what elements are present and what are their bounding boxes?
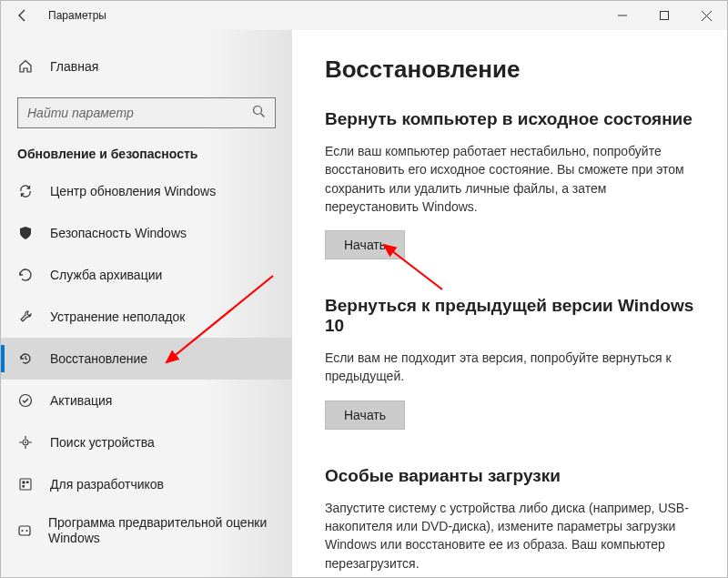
svg-rect-12 [23,485,25,488]
svg-rect-13 [19,526,30,535]
sidebar-item-label: Для разработчиков [50,477,164,492]
advanced-startup-title: Особые варианты загрузки [325,466,694,486]
svg-point-4 [254,106,262,114]
svg-point-8 [25,441,26,443]
sync-icon [17,184,34,198]
go-back-title: Вернуться к предыдущей версии Windows 10 [325,296,694,336]
content-area: Восстановление Вернуть компьютер в исход… [292,30,727,577]
reset-pc-title: Вернуть компьютер в исходное состояние [325,109,694,129]
reset-pc-desc: Если ваш компьютер работает нестабильно,… [325,142,694,216]
sidebar-item-troubleshoot[interactable]: Устранение неполадок [1,296,292,338]
sidebar-item-label: Активация [50,393,112,408]
sidebar-item-insider[interactable]: Программа предварительной оценки Windows [1,505,292,556]
home-label: Главная [50,59,98,74]
sidebar-item-label: Поиск устройства [50,435,155,450]
wrench-icon [17,309,34,324]
sidebar-item-find-device[interactable]: Поиск устройства [1,421,292,463]
sidebar-item-label: Программа предварительной оценки Windows [48,515,276,547]
sidebar-item-label: Устранение неполадок [50,309,185,324]
sidebar-item-activation[interactable]: Активация [1,380,292,421]
svg-point-6 [20,395,32,407]
search-input[interactable] [27,106,252,120]
svg-point-14 [22,530,24,532]
home-icon [17,59,34,74]
insider-icon [17,523,32,538]
locate-icon [17,435,34,450]
section-header: Обновление и безопасность [1,147,292,170]
svg-rect-11 [26,482,29,484]
sidebar-item-developers[interactable]: Для разработчиков [1,463,292,505]
sidebar-item-label: Служба архивации [50,268,162,282]
sidebar-item-label: Восстановление [50,351,147,366]
reset-pc-start-button[interactable]: Начать [325,230,405,259]
go-back-section: Вернуться к предыдущей версии Windows 10… [325,296,694,430]
shield-icon [17,226,34,240]
svg-line-5 [261,113,265,117]
minimize-button[interactable] [602,1,643,30]
sidebar-item-security[interactable]: Безопасность Windows [1,212,292,254]
svg-rect-9 [20,479,31,490]
svg-point-15 [26,530,28,532]
close-button[interactable] [685,1,727,30]
window-title: Параметры [48,9,106,22]
reset-pc-section: Вернуть компьютер в исходное состояние Е… [325,109,694,259]
sidebar-item-label: Безопасность Windows [50,226,187,240]
back-button[interactable] [8,1,37,30]
developer-icon [17,477,34,492]
sidebar-item-backup[interactable]: Служба архивации [1,254,292,296]
go-back-desc: Если вам не подходит эта версия, попробу… [325,349,694,386]
search-input-wrapper[interactable] [17,97,276,128]
titlebar: Параметры [1,1,727,30]
check-icon [17,393,34,408]
svg-rect-1 [661,12,669,20]
sidebar: Главная Обновление и безопасность Центр … [1,30,292,577]
svg-rect-10 [23,482,25,484]
page-title: Восстановление [325,56,694,84]
sidebar-item-windows-update[interactable]: Центр обновления Windows [1,170,292,212]
go-back-start-button[interactable]: Начать [325,401,405,430]
advanced-startup-desc: Запустите систему с устройства либо диск… [325,499,694,573]
search-icon [252,105,266,122]
maximize-button[interactable] [643,1,685,30]
sidebar-item-label: Центр обновления Windows [50,184,216,198]
sidebar-item-recovery[interactable]: Восстановление [1,338,292,380]
advanced-startup-section: Особые варианты загрузки Запустите систе… [325,466,694,573]
backup-icon [17,268,34,282]
home-link[interactable]: Главная [1,48,292,85]
history-icon [17,351,34,366]
